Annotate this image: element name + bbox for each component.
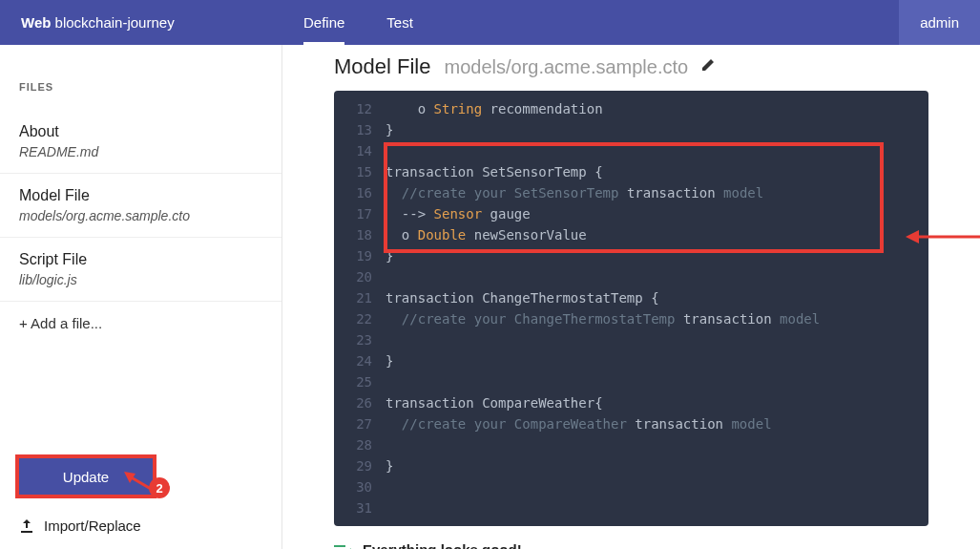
code-line[interactable]: 22 //create your ChangeThermostatTemp tr… <box>334 308 928 329</box>
svg-rect-2 <box>21 531 32 533</box>
line-number: 28 <box>334 434 386 455</box>
code-line[interactable]: 25 <box>334 371 928 392</box>
line-number: 16 <box>334 182 386 203</box>
code-text: } <box>386 350 393 371</box>
file-title: About <box>19 123 262 140</box>
status-title: Everything looks good! <box>363 541 717 549</box>
tab-define[interactable]: Define <box>282 0 365 45</box>
code-line[interactable]: 17 --> Sensor gauge <box>334 203 928 224</box>
content-area: Model File models/org.acme.sample.cto 12… <box>282 45 980 549</box>
import-replace-button[interactable]: Import/Replace <box>0 508 281 549</box>
code-line[interactable]: 27 //create your CompareWeather transact… <box>334 413 928 434</box>
line-number: 24 <box>334 350 386 371</box>
status-row: Everything looks good! Any problems dete… <box>302 526 961 549</box>
line-number: 22 <box>334 308 386 329</box>
code-line[interactable]: 23 <box>334 329 928 350</box>
file-sub: models/org.acme.sample.cto <box>19 208 262 223</box>
line-number: 14 <box>334 140 386 161</box>
import-label: Import/Replace <box>44 517 141 534</box>
line-number: 21 <box>334 287 386 308</box>
line-number: 20 <box>334 266 386 287</box>
code-line[interactable]: 18 o Double newSensorValue <box>334 224 928 245</box>
code-line[interactable]: 24} <box>334 350 928 371</box>
line-number: 29 <box>334 455 386 476</box>
line-number: 26 <box>334 392 386 413</box>
arrow-icon <box>124 472 153 491</box>
check-icon <box>334 543 351 549</box>
top-header: Web blockchain-journey Define Test admin <box>0 0 980 45</box>
code-text: } <box>386 245 393 266</box>
page-path: models/org.acme.sample.cto <box>444 56 688 78</box>
code-text: transaction SetSensorTemp { <box>386 161 603 182</box>
sidebar-item-script-file[interactable]: Script File lib/logic.js <box>0 238 281 302</box>
file-sub: README.md <box>19 144 262 159</box>
code-line[interactable]: 13} <box>334 119 928 140</box>
upload-icon <box>19 518 34 534</box>
code-text: transaction ChangeThermostatTemp { <box>386 287 659 308</box>
code-text: } <box>386 455 393 476</box>
tab-test[interactable]: Test <box>365 0 434 45</box>
sidebar-item-model-file[interactable]: Model File models/org.acme.sample.cto <box>0 174 281 238</box>
code-text: --> Sensor gauge <box>386 203 531 224</box>
file-sub: lib/logic.js <box>19 272 262 287</box>
code-line[interactable]: 26transaction CompareWeather{ <box>334 392 928 413</box>
line-number: 13 <box>334 119 386 140</box>
line-number: 25 <box>334 371 386 392</box>
line-number: 19 <box>334 245 386 266</box>
code-line[interactable]: 21transaction ChangeThermostatTemp { <box>334 287 928 308</box>
code-line[interactable]: 16 //create your SetSensorTemp transacti… <box>334 182 928 203</box>
brand-rest: blockchain-journey <box>55 14 175 31</box>
code-text: //create your ChangeThermostatTemp trans… <box>386 308 820 329</box>
code-text: o Double newSensorValue <box>386 224 587 245</box>
code-text: //create your CompareWeather transaction… <box>386 413 772 434</box>
code-editor[interactable]: 12 o String recommendation13}1415transac… <box>334 91 928 526</box>
line-number: 27 <box>334 413 386 434</box>
line-number: 12 <box>334 98 386 119</box>
code-text: } <box>386 119 393 140</box>
code-line[interactable]: 15transaction SetSensorTemp { <box>334 161 928 182</box>
line-number: 23 <box>334 329 386 350</box>
code-text: transaction CompareWeather{ <box>386 392 603 413</box>
code-line[interactable]: 29} <box>334 455 928 476</box>
code-text: o String recommendation <box>386 98 603 119</box>
brand: Web blockchain-journey <box>0 14 282 31</box>
header-tabs: Define Test <box>282 0 434 45</box>
callout-1: 1 <box>906 222 980 251</box>
edit-icon[interactable] <box>701 58 715 75</box>
line-number: 15 <box>334 161 386 182</box>
code-line[interactable]: 31 <box>334 497 928 518</box>
file-title: Model File <box>19 187 262 204</box>
code-line[interactable]: 30 <box>334 476 928 497</box>
code-line[interactable]: 14 <box>334 140 928 161</box>
line-number: 18 <box>334 224 386 245</box>
brand-bold: Web <box>21 14 51 31</box>
code-line[interactable]: 28 <box>334 434 928 455</box>
code-line[interactable]: 19} <box>334 245 928 266</box>
arrow-icon <box>906 222 980 251</box>
files-section-label: FILES <box>0 81 281 110</box>
sidebar: FILES About README.md Model File models/… <box>0 45 282 549</box>
callout-2: 2 <box>149 477 170 498</box>
svg-marker-4 <box>906 230 919 243</box>
breadcrumb: Model File models/org.acme.sample.cto <box>302 45 961 91</box>
line-number: 17 <box>334 203 386 224</box>
page-title: Model File <box>334 54 430 79</box>
file-title: Script File <box>19 251 262 268</box>
line-number: 31 <box>334 497 386 518</box>
line-number: 30 <box>334 476 386 497</box>
sidebar-item-about[interactable]: About README.md <box>0 110 281 174</box>
user-menu[interactable]: admin <box>899 0 980 45</box>
code-text: //create your SetSensorTemp transaction … <box>386 182 763 203</box>
code-line[interactable]: 12 o String recommendation <box>334 98 928 119</box>
add-file-button[interactable]: + Add a file... <box>0 302 281 345</box>
code-line[interactable]: 20 <box>334 266 928 287</box>
